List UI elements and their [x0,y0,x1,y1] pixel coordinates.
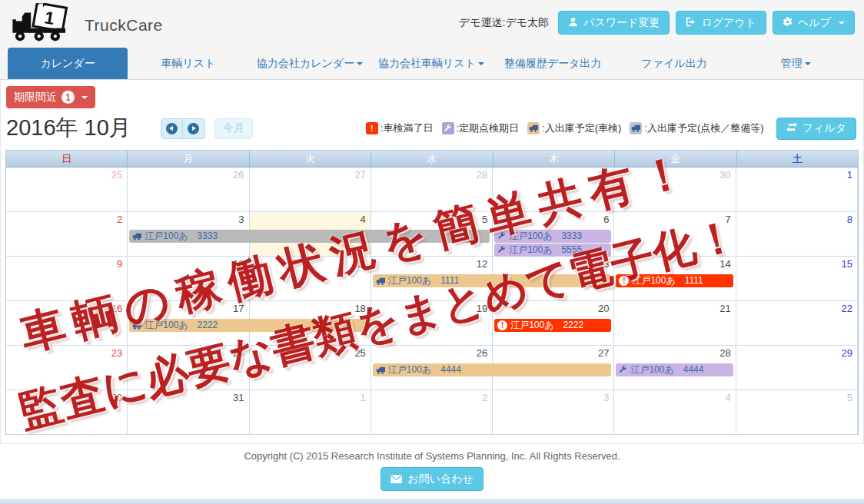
calendar-day-cell[interactable]: 30 [614,167,736,212]
day-number: 12 [477,258,487,270]
day-number: 2 [482,392,487,403]
tab-partner-vehicle-list[interactable]: 協力会社車輌リスト [371,48,492,79]
weekday-header: 木 [493,151,615,167]
day-number: 2 [117,214,122,225]
window-bottom-edge [0,499,864,504]
arrow-left-icon [166,123,178,134]
calendar-event[interactable]: 江戸100あ 4444 [373,363,612,376]
calendar-day-cell[interactable]: 25 [250,346,371,390]
calendar-day-cell[interactable]: 16 [6,301,128,346]
today-button[interactable]: 今月 [214,118,253,139]
day-number: 4 [725,392,730,403]
calendar-day-cell[interactable]: 25 [6,167,128,212]
day-number: 8 [847,214,852,225]
legend-inout-maintenance: :入出庫予定(点検／整備等) [630,121,763,135]
calendar-day-cell[interactable]: 2 [371,390,493,435]
calendar-day-cell[interactable]: 8 [736,212,858,257]
calendar-event[interactable]: 江戸100あ 1111 [373,274,612,287]
calendar-body: 2526272829301234567891011121314151617181… [6,167,858,435]
calendar-day-cell[interactable]: 19 [371,301,493,346]
tab-file-export[interactable]: ファイル出力 [613,48,735,79]
calendar-day-cell[interactable]: 30 [6,390,128,435]
calendar-event[interactable]: 江戸100あ 3333 [129,230,490,243]
day-number: 1 [361,392,366,403]
event-label: 江戸100あ 3333 [145,230,218,243]
calendar-event[interactable]: !江戸100あ 2222 [494,319,611,332]
next-month-button[interactable] [183,118,205,139]
calendar-day-cell[interactable]: 7 [614,212,736,257]
day-number: 20 [598,303,609,314]
calendar-day-cell[interactable]: 27 [250,167,371,212]
change-password-button[interactable]: パスワード変更 [558,11,670,35]
chevron-down-icon [478,62,484,65]
day-number: 3 [238,214,244,225]
deadline-alert-badge[interactable]: 期限間近 1 [6,86,95,108]
calendar-event[interactable]: 江戸100あ 3333 [494,230,611,243]
day-number: 25 [354,347,365,359]
event-label: 江戸100あ 4444 [388,363,461,376]
day-number: 5 [847,392,852,403]
logout-icon [686,17,696,29]
calendar-day-cell[interactable]: 31 [128,390,249,435]
day-number: 1 [847,169,852,181]
contact-button[interactable]: お問い合わせ [380,467,483,491]
arrow-right-icon [188,123,199,134]
calendar-day-cell[interactable]: 28 [371,167,493,212]
tab-admin[interactable]: 管理 [735,48,856,79]
calendar-event[interactable]: 江戸100あ 5555 [494,244,611,257]
truck-icon [132,322,141,330]
calendar-toolbar: 2016年 10月 今月 ! :車検満了日 :定期点検期日 [6,112,856,144]
weekday-header: 月 [128,151,249,167]
month-calendar: 日 月 火 水 木 金 土 25262728293012345678910111… [5,150,859,435]
alert-icon: ! [619,276,629,286]
gear-icon [783,17,793,29]
calendar-day-cell[interactable]: 24 [128,346,249,390]
logged-in-user: デモ運送:デモ太郎 [459,16,549,30]
logout-button[interactable]: ログアウト [676,11,766,35]
alert-icon: ! [366,122,378,134]
event-label: 江戸100あ 4444 [630,363,703,376]
calendar-event[interactable]: 江戸100あ 4444 [616,363,733,376]
day-number: 6 [603,214,609,225]
day-number: 28 [719,347,730,359]
calendar-day-cell[interactable]: 2 [6,212,128,257]
day-number: 23 [111,347,122,359]
calendar-day-cell[interactable]: 26 [128,167,249,212]
event-legend: ! :車検満了日 :定期点検期日 :入出庫予定(車検) :入出庫予定(点検／整 [366,121,764,135]
calendar-day-cell[interactable]: 15 [736,257,858,301]
calendar-day-cell[interactable]: 29 [736,346,858,390]
day-number: 3 [603,392,609,403]
tab-partner-calendar[interactable]: 協力会社カレンダー [249,48,371,79]
tab-vehicle-list[interactable]: 車輌リスト [128,48,249,79]
day-number: 9 [117,258,122,270]
prev-month-button[interactable] [161,118,183,139]
day-number: 28 [477,169,487,181]
day-number: 31 [233,392,244,403]
day-number: 30 [111,392,122,403]
calendar-day-cell[interactable]: 9 [6,257,128,301]
calendar-day-cell[interactable]: 10 [128,257,249,301]
calendar-day-cell[interactable]: 1 [736,167,858,212]
tab-calendar[interactable]: カレンダー [8,48,128,79]
user-icon [568,17,578,29]
help-button[interactable]: ヘルプ [773,11,855,35]
calendar-day-cell[interactable]: 4 [614,390,736,435]
calendar-day-cell[interactable]: 1 [250,390,371,435]
alert-icon: ! [497,320,507,330]
calendar-event[interactable]: 江戸100あ 2222 [129,319,368,332]
weekday-header: 火 [250,151,371,167]
calendar-day-cell[interactable]: 23 [6,346,128,390]
tab-maintenance-history-export[interactable]: 整備履歴データ出力 [492,48,613,79]
calendar-day-cell[interactable]: 29 [493,167,614,212]
filter-button[interactable]: フィルタ [776,118,856,140]
calendar-day-cell[interactable]: 21 [614,301,736,346]
calendar-day-cell[interactable]: 3 [493,390,614,435]
calendar-day-cell[interactable]: 22 [736,301,858,346]
day-number: 19 [477,303,487,314]
calendar-event[interactable]: !江戸100あ 1111 [616,274,733,287]
day-number: 5 [482,214,487,225]
day-number: 18 [354,303,365,314]
calendar-day-cell[interactable]: 5 [736,390,858,435]
calendar-day-cell[interactable]: 11 [250,257,371,301]
wrench-icon [442,122,454,134]
